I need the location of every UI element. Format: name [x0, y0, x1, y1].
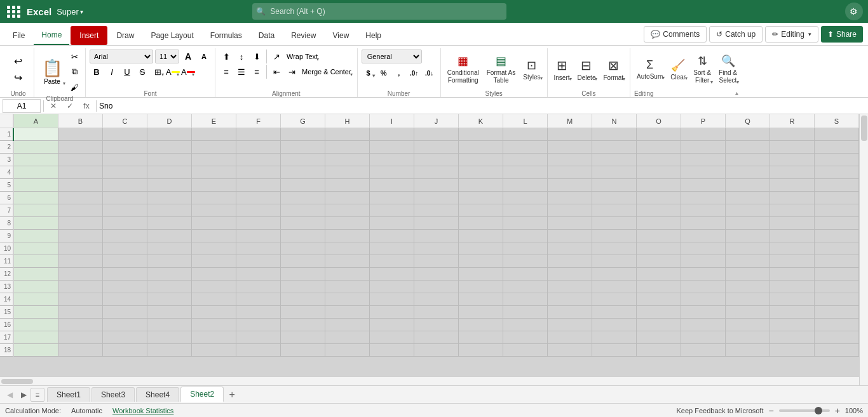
cell-S4[interactable]	[815, 166, 859, 179]
cell-M6[interactable]	[548, 192, 592, 204]
cell-M7[interactable]	[548, 204, 592, 217]
tab-home[interactable]: Home	[34, 26, 69, 45]
cell-K1[interactable]	[459, 128, 503, 141]
cell-J12[interactable]	[414, 268, 459, 281]
cell-P18[interactable]	[681, 344, 726, 357]
row-number-5[interactable]: 5	[0, 179, 14, 192]
cell-L1[interactable]	[503, 128, 548, 141]
cell-B1[interactable]	[58, 128, 103, 141]
cell-S11[interactable]	[815, 255, 859, 268]
cell-G15[interactable]	[281, 306, 325, 319]
cell-J3[interactable]	[414, 154, 459, 166]
col-header-S[interactable]: S	[815, 114, 859, 128]
cell-Q5[interactable]	[726, 179, 770, 192]
tab-insert[interactable]: Insert	[71, 26, 107, 45]
align-top-button[interactable]: ⬆	[219, 50, 233, 63]
cell-E18[interactable]	[192, 344, 236, 357]
cell-O9[interactable]	[637, 230, 681, 242]
cell-A13[interactable]	[14, 281, 58, 293]
cell-E17[interactable]	[192, 331, 236, 344]
fill-color-button[interactable]: A	[166, 65, 180, 79]
cell-F18[interactable]	[236, 344, 281, 357]
col-header-R[interactable]: R	[770, 114, 815, 128]
col-header-I[interactable]: I	[370, 114, 414, 128]
cell-G9[interactable]	[281, 230, 325, 242]
search-input[interactable]	[252, 3, 506, 20]
cell-K14[interactable]	[459, 293, 503, 306]
vertical-scrollbar[interactable]	[859, 114, 868, 385]
cell-D7[interactable]	[147, 204, 192, 217]
cell-S3[interactable]	[815, 154, 859, 166]
cell-L8[interactable]	[503, 217, 548, 230]
cell-I15[interactable]	[370, 306, 414, 319]
zoom-slider[interactable]	[779, 409, 830, 412]
cell-O17[interactable]	[637, 331, 681, 344]
cell-R8[interactable]	[770, 217, 815, 230]
cell-Q10[interactable]	[726, 242, 770, 255]
cell-K9[interactable]	[459, 230, 503, 242]
cell-P13[interactable]	[681, 281, 726, 293]
cell-G10[interactable]	[281, 242, 325, 255]
catchup-button[interactable]: ↺ Catch up	[709, 26, 763, 43]
cell-P4[interactable]	[681, 166, 726, 179]
cell-K5[interactable]	[459, 179, 503, 192]
tab-page-layout[interactable]: Page Layout	[143, 26, 201, 45]
cell-K15[interactable]	[459, 306, 503, 319]
cell-E2[interactable]	[192, 141, 236, 154]
workbook-stats-button[interactable]: Workbook Statistics	[112, 407, 173, 414]
cell-B4[interactable]	[58, 166, 103, 179]
share-button[interactable]: ⬆ Share	[821, 26, 863, 43]
cell-J8[interactable]	[414, 217, 459, 230]
cell-N11[interactable]	[592, 255, 637, 268]
cell-styles-button[interactable]: ⊡ Styles	[520, 56, 543, 83]
row-number-2[interactable]: 2	[0, 141, 14, 154]
copy-button[interactable]: ⧉	[67, 65, 81, 79]
tab-help[interactable]: Help	[358, 26, 389, 45]
cell-G5[interactable]	[281, 179, 325, 192]
cell-M2[interactable]	[548, 141, 592, 154]
cell-D11[interactable]	[147, 255, 192, 268]
row-number-12[interactable]: 12	[0, 268, 14, 281]
cell-H6[interactable]	[325, 192, 370, 204]
cell-C18[interactable]	[103, 344, 147, 357]
cell-H4[interactable]	[325, 166, 370, 179]
cell-J14[interactable]	[414, 293, 459, 306]
cell-O12[interactable]	[637, 268, 681, 281]
sheet-tab-sheet3[interactable]: Sheet3	[92, 387, 135, 402]
cell-J15[interactable]	[414, 306, 459, 319]
cell-M1[interactable]	[548, 128, 592, 141]
cell-I9[interactable]	[370, 230, 414, 242]
cell-C12[interactable]	[103, 268, 147, 281]
cell-J5[interactable]	[414, 179, 459, 192]
cell-M17[interactable]	[548, 331, 592, 344]
cell-M13[interactable]	[548, 281, 592, 293]
cell-K4[interactable]	[459, 166, 503, 179]
cell-P5[interactable]	[681, 179, 726, 192]
tab-draw[interactable]: Draw	[109, 26, 142, 45]
currency-button[interactable]: $	[362, 66, 376, 80]
sheet-nav-left-button[interactable]: ◀	[3, 388, 17, 402]
col-header-K[interactable]: K	[459, 114, 503, 128]
row-number-10[interactable]: 10	[0, 242, 14, 255]
cell-E7[interactable]	[192, 204, 236, 217]
cell-J1[interactable]	[414, 128, 459, 141]
col-header-A[interactable]: A	[14, 114, 58, 128]
cell-A15[interactable]	[14, 306, 58, 319]
cell-L16[interactable]	[503, 319, 548, 331]
cell-F13[interactable]	[236, 281, 281, 293]
cell-G7[interactable]	[281, 204, 325, 217]
cell-H14[interactable]	[325, 293, 370, 306]
cell-A4[interactable]	[14, 166, 58, 179]
cell-Q7[interactable]	[726, 204, 770, 217]
comma-button[interactable]: ,	[392, 66, 406, 80]
cell-L14[interactable]	[503, 293, 548, 306]
tab-formulas[interactable]: Formulas	[203, 26, 250, 45]
cell-O11[interactable]	[637, 255, 681, 268]
cell-N2[interactable]	[592, 141, 637, 154]
cell-B5[interactable]	[58, 179, 103, 192]
col-header-L[interactable]: L	[503, 114, 548, 128]
cell-S10[interactable]	[815, 242, 859, 255]
cell-R2[interactable]	[770, 141, 815, 154]
sheet-tab-sheet1[interactable]: Sheet1	[47, 387, 90, 402]
cell-B2[interactable]	[58, 141, 103, 154]
